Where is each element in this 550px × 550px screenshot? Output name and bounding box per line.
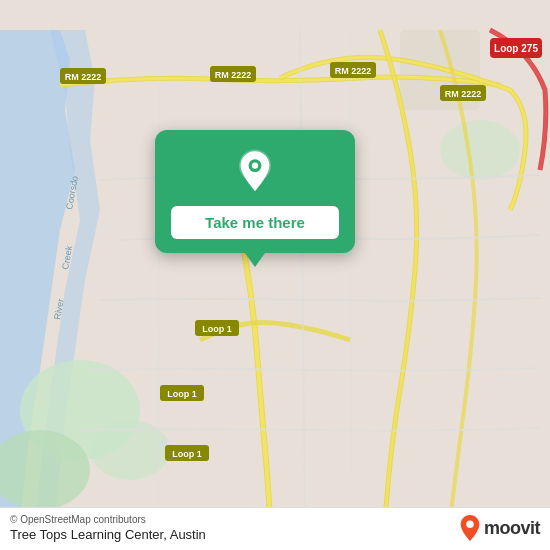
svg-text:RM 2222: RM 2222: [335, 66, 372, 76]
location-pin-icon: [231, 148, 279, 196]
map-background: Coorsdo Creek River Loop 275 RM 2222 RM …: [0, 0, 550, 550]
location-card: Take me there: [155, 130, 355, 253]
svg-point-27: [252, 162, 258, 168]
svg-text:RM 2222: RM 2222: [65, 72, 102, 82]
svg-point-28: [466, 521, 473, 528]
bottom-info-bar: © OpenStreetMap contributors Tree Tops L…: [0, 507, 550, 550]
moovit-brand-text: moovit: [484, 518, 540, 539]
svg-point-5: [440, 120, 520, 180]
map-container: Coorsdo Creek River Loop 275 RM 2222 RM …: [0, 0, 550, 550]
take-me-there-button[interactable]: Take me there: [171, 206, 339, 239]
svg-text:Loop 1: Loop 1: [202, 324, 232, 334]
moovit-pin-icon: [459, 514, 481, 542]
svg-text:RM 2222: RM 2222: [445, 89, 482, 99]
svg-text:Loop 275: Loop 275: [494, 43, 538, 54]
svg-text:Loop 1: Loop 1: [172, 449, 202, 459]
svg-text:Loop 1: Loop 1: [167, 389, 197, 399]
moovit-logo: moovit: [459, 514, 540, 542]
svg-text:RM 2222: RM 2222: [215, 70, 252, 80]
